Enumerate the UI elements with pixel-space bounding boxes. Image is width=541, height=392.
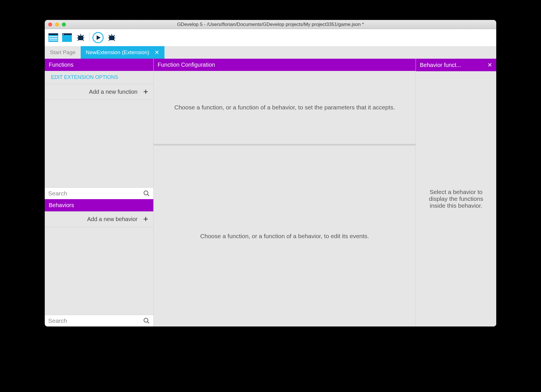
add-behavior-label: Add a new behavior <box>87 216 138 222</box>
svg-rect-18 <box>109 36 114 40</box>
function-events-body: Choose a function, or a function of a be… <box>154 146 416 326</box>
behaviors-header: Behaviors <box>45 199 153 211</box>
behaviors-list <box>45 227 153 315</box>
svg-line-25 <box>114 40 115 41</box>
function-config-header: Function Configuration <box>154 59 416 71</box>
functions-search <box>45 187 153 199</box>
scene-panel-icon[interactable] <box>61 31 73 44</box>
svg-rect-7 <box>63 34 64 35</box>
config-message: Choose a function, or a function of a be… <box>174 104 395 111</box>
svg-rect-6 <box>62 33 72 35</box>
panel-title: Behaviors <box>49 202 74 209</box>
behavior-functions-header: Behavior funct... ✕ <box>416 59 496 71</box>
tab-label: NewExtension (Extension) <box>86 49 149 56</box>
svg-rect-2 <box>49 36 58 37</box>
debug-icon[interactable] <box>74 31 87 44</box>
search-icon[interactable] <box>143 317 150 324</box>
svg-line-22 <box>109 35 110 36</box>
svg-line-15 <box>83 40 84 41</box>
svg-point-28 <box>144 318 148 322</box>
svg-rect-4 <box>49 40 58 40</box>
behavior-message: Select a behavior to display the functio… <box>422 189 491 209</box>
plus-icon: + <box>143 87 148 97</box>
center-panel: Function Configuration Choose a function… <box>154 59 416 326</box>
edit-extension-options-button[interactable]: Edit Extension Options <box>45 71 153 84</box>
svg-line-24 <box>109 40 110 41</box>
tabbar: Start Page NewExtension (Extension) ✕ <box>45 46 496 59</box>
svg-rect-1 <box>48 33 58 35</box>
search-icon[interactable] <box>143 190 150 197</box>
main-area: Functions Edit Extension Options Add a n… <box>45 59 496 326</box>
svg-rect-8 <box>78 36 83 40</box>
add-behavior-button[interactable]: Add a new behavior + <box>45 211 153 227</box>
project-panel-icon[interactable] <box>47 31 60 44</box>
search-input[interactable] <box>48 317 143 324</box>
add-function-button[interactable]: Add a new function + <box>45 84 153 100</box>
titlebar: GDevelop 5 - /Users/florian/Documents/GD… <box>45 20 496 29</box>
tab-newextension[interactable]: NewExtension (Extension) ✕ <box>81 46 164 59</box>
svg-line-12 <box>78 35 79 36</box>
svg-line-29 <box>147 322 149 323</box>
search-input[interactable] <box>48 190 143 197</box>
svg-line-23 <box>114 35 115 36</box>
close-icon[interactable]: ✕ <box>154 49 159 56</box>
panel-title: Functions <box>49 62 74 68</box>
svg-line-13 <box>83 35 84 36</box>
right-panel: Behavior funct... ✕ Select a behavior to… <box>416 59 496 326</box>
svg-rect-3 <box>49 38 58 39</box>
panel-title: Function Configuration <box>158 62 215 68</box>
window-title: GDevelop 5 - /Users/florian/Documents/GD… <box>45 22 496 27</box>
app-window: GDevelop 5 - /Users/florian/Documents/GD… <box>45 20 496 326</box>
close-icon[interactable]: ✕ <box>487 62 492 68</box>
add-function-label: Add a new function <box>89 89 137 95</box>
functions-header: Functions <box>45 59 153 71</box>
svg-point-26 <box>144 191 148 195</box>
tab-label: Start Page <box>50 49 76 56</box>
debug-play-icon[interactable] <box>105 31 118 44</box>
plus-icon: + <box>143 214 148 224</box>
events-message: Choose a function, or a function of a be… <box>200 233 369 240</box>
svg-line-27 <box>147 194 149 196</box>
behaviors-search <box>45 315 153 326</box>
svg-marker-17 <box>97 35 101 40</box>
toolbar <box>45 29 496 46</box>
toolbar-separator <box>89 32 90 43</box>
behavior-functions-body: Select a behavior to display the functio… <box>416 71 496 326</box>
functions-list <box>45 100 153 187</box>
play-icon[interactable] <box>92 31 104 44</box>
function-config-body: Choose a function, or a function of a be… <box>154 71 416 146</box>
panel-title: Behavior funct... <box>420 62 461 68</box>
left-panel: Functions Edit Extension Options Add a n… <box>45 59 154 326</box>
svg-line-14 <box>78 40 79 41</box>
tab-start-page[interactable]: Start Page <box>45 46 81 59</box>
